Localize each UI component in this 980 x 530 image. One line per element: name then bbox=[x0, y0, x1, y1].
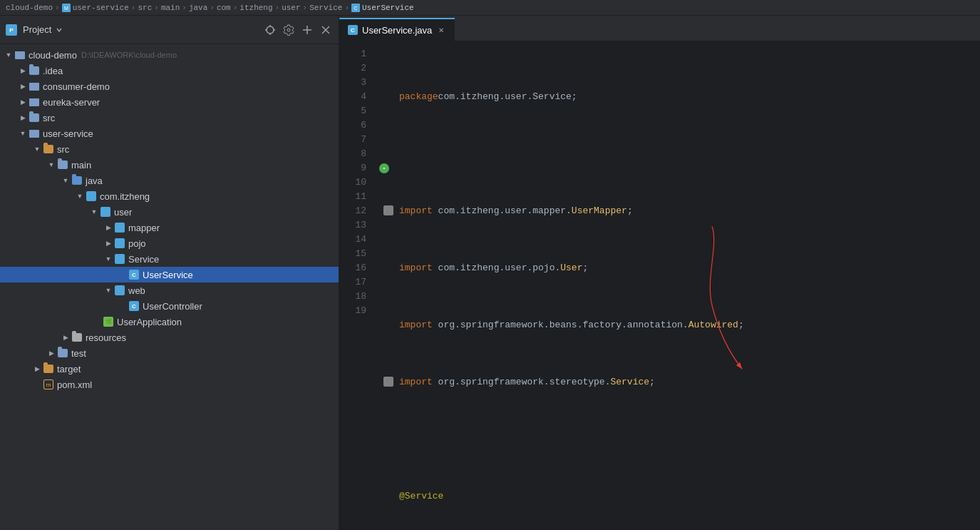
toolbar-icons bbox=[263, 23, 333, 37]
package-icon-com bbox=[86, 190, 97, 202]
java-folder-icon-java bbox=[71, 175, 83, 186]
tree-item-user[interactable]: ▼ user bbox=[0, 204, 339, 220]
project-toolbar: P Project bbox=[0, 16, 339, 44]
svg-text:M: M bbox=[64, 6, 68, 11]
breadcrumb-main[interactable]: main bbox=[161, 4, 180, 12]
tree-item-resources[interactable]: ▶ resources bbox=[0, 330, 339, 345]
file-tree: ▼ cloud-demo D:\IDEAWORK\cloud-demo ▶ .i… bbox=[0, 44, 339, 530]
code-editor[interactable]: 1 2 3 4 5 6 7 8 9 10 11 12 13 14 15 16 1… bbox=[339, 41, 980, 530]
tree-item-target[interactable]: ▶ target bbox=[0, 361, 339, 377]
tree-label-mapper: mapper bbox=[128, 223, 160, 233]
tree-item-web[interactable]: ▼ web bbox=[0, 282, 339, 298]
tree-item-src[interactable]: ▼ src bbox=[0, 141, 339, 157]
tree-item-eureka[interactable]: ▶ eureka-server bbox=[0, 94, 339, 110]
tree-label-pom: pom.xml bbox=[57, 379, 92, 390]
class-icon-UserService: C bbox=[128, 269, 140, 280]
svg-rect-19 bbox=[29, 83, 33, 85]
tree-item-UserApplication[interactable]: ▶ 🌿 UserApplication bbox=[0, 314, 339, 330]
expand-arrow-idea: ▶ bbox=[17, 65, 29, 76]
close-icon[interactable] bbox=[319, 23, 333, 37]
code-line-8: @Service bbox=[399, 489, 980, 504]
tree-item-Service[interactable]: ▼ Service bbox=[0, 251, 339, 267]
breadcrumb-bar: cloud-demo › M user-service › src › main… bbox=[0, 0, 980, 16]
expand-arrow-consumer: ▶ bbox=[17, 81, 29, 92]
expand-arrow-test: ▶ bbox=[46, 347, 57, 359]
breadcrumb-user[interactable]: user bbox=[282, 4, 300, 12]
breadcrumb-com[interactable]: com bbox=[217, 4, 231, 12]
tree-item-main[interactable]: ▼ main bbox=[0, 157, 339, 173]
tree-label-consumer: consumer-demo bbox=[43, 81, 110, 92]
breadcrumb-java[interactable]: java bbox=[189, 4, 207, 12]
tree-label-UserController: UserController bbox=[143, 301, 202, 312]
code-line-2 bbox=[399, 147, 980, 161]
module-icon: M bbox=[62, 4, 71, 12]
expand-arrow-target: ▶ bbox=[31, 363, 43, 374]
expand-arrow-web: ▼ bbox=[103, 285, 114, 296]
svg-rect-23 bbox=[29, 130, 33, 132]
expand-arrow-eureka: ▶ bbox=[17, 96, 29, 108]
tree-item-com-itzheng[interactable]: ▼ com.itzheng bbox=[0, 188, 339, 204]
tree-label-cloud-demo: cloud-demo bbox=[29, 50, 77, 61]
xml-icon-pom: m bbox=[43, 379, 54, 390]
breadcrumb-Service[interactable]: Service bbox=[309, 4, 342, 12]
tree-label-pojo: pojo bbox=[128, 238, 146, 249]
tree-label-com-itzheng: com.itzheng bbox=[100, 191, 150, 202]
package-icon-Service bbox=[114, 253, 125, 265]
locate-icon[interactable] bbox=[263, 23, 277, 37]
expand-arrow-java: ▼ bbox=[60, 175, 71, 186]
tree-item-java[interactable]: ▼ java bbox=[0, 173, 339, 188]
tab-label: UserService.java bbox=[362, 25, 432, 36]
expand-arrow-Service: ▼ bbox=[103, 253, 114, 265]
package-icon-mapper bbox=[114, 222, 125, 233]
collapse-icon[interactable] bbox=[300, 23, 314, 37]
module-icon-user-service bbox=[29, 128, 40, 139]
folder-icon-src bbox=[43, 143, 54, 155]
svg-point-6 bbox=[267, 26, 274, 34]
tree-item-test[interactable]: ▶ test bbox=[0, 345, 339, 361]
folder-icon-test bbox=[57, 347, 68, 359]
class-icon-breadcrumb: C bbox=[351, 4, 360, 12]
tree-item-pojo[interactable]: ▶ pojo bbox=[0, 235, 339, 251]
code-content[interactable]: package com.itzheng.user.Service; import… bbox=[393, 41, 980, 530]
tree-item-idea[interactable]: ▶ .idea bbox=[0, 63, 339, 78]
tree-label-Service: Service bbox=[128, 254, 159, 265]
code-line-3: import com.itzheng.user.mapper.UserMappe… bbox=[399, 204, 980, 218]
breadcrumb-src[interactable]: src bbox=[138, 4, 152, 12]
tree-item-UserService[interactable]: ▶ C UserService bbox=[0, 267, 339, 282]
tree-label-UserService: UserService bbox=[143, 270, 193, 280]
tree-item-UserController[interactable]: ▶ C UserController bbox=[0, 298, 339, 314]
tree-label-UserApplication: UserApplication bbox=[117, 317, 182, 327]
tree-item-pom[interactable]: ▶ m pom.xml bbox=[0, 377, 339, 392]
tree-label-main: main bbox=[71, 160, 91, 170]
bean-gutter-icon bbox=[375, 161, 393, 175]
tree-item-src-root[interactable]: ▶ src bbox=[0, 110, 339, 126]
expand-arrow-com-itzheng: ▼ bbox=[74, 190, 86, 202]
tree-label-web: web bbox=[128, 285, 145, 296]
package-icon-pojo bbox=[114, 238, 125, 249]
expand-arrow-src-root: ▶ bbox=[17, 112, 29, 123]
module-folder-icon bbox=[14, 49, 26, 61]
folder-icon-target bbox=[43, 363, 54, 374]
sidebar: P Project bbox=[0, 16, 339, 530]
breadcrumb-UserService[interactable]: C UserService bbox=[351, 4, 414, 12]
tree-item-mapper[interactable]: ▶ mapper bbox=[0, 220, 339, 235]
tree-item-consumer-demo[interactable]: ▶ consumer-demo bbox=[0, 78, 339, 94]
code-line-4: import com.itzheng.user.pojo.User; bbox=[399, 261, 980, 275]
code-line-1: package com.itzheng.user.Service; bbox=[399, 90, 980, 104]
tab-close-button[interactable]: ✕ bbox=[436, 25, 446, 35]
tab-UserService[interactable]: C UserService.java ✕ bbox=[339, 18, 455, 41]
tree-item-cloud-demo[interactable]: ▼ cloud-demo D:\IDEAWORK\cloud-demo bbox=[0, 47, 339, 63]
settings-icon[interactable] bbox=[282, 23, 296, 37]
tree-label-target: target bbox=[57, 364, 81, 374]
package-icon-user bbox=[100, 206, 111, 218]
breadcrumb-cloud-demo[interactable]: cloud-demo bbox=[6, 4, 53, 12]
tree-item-user-service[interactable]: ▼ user-service bbox=[0, 126, 339, 141]
folder-icon-idea bbox=[29, 65, 40, 76]
package-icon-web bbox=[114, 285, 125, 296]
breadcrumb-itzheng[interactable]: itzheng bbox=[239, 4, 272, 12]
code-line-6: import org.springframework.stereotype.Se… bbox=[399, 375, 980, 389]
breadcrumb-user-service[interactable]: M user-service bbox=[62, 4, 129, 12]
fold-icon-3 bbox=[383, 205, 393, 215]
expand-arrow-mapper: ▶ bbox=[103, 222, 114, 233]
resources-folder-icon bbox=[71, 332, 83, 343]
